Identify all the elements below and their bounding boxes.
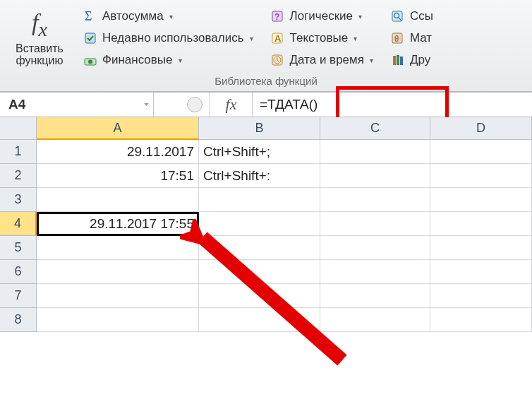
cell-B2[interactable]: Ctrl+Shift+: xyxy=(199,164,320,188)
column-headers: A B C D xyxy=(0,117,532,140)
row-header-8[interactable]: 8 xyxy=(0,308,37,332)
name-box[interactable]: A4 xyxy=(0,93,154,117)
svg-text:Σ: Σ xyxy=(85,9,92,23)
cell-A7[interactable] xyxy=(37,284,199,308)
cell-D2[interactable] xyxy=(430,164,532,188)
insert-function-label: Вставить функцию xyxy=(16,42,64,67)
svg-rect-15 xyxy=(397,55,399,65)
cell-B1[interactable]: Ctrl+Shift+; xyxy=(199,140,320,164)
cell-C1[interactable] xyxy=(320,140,430,164)
table-row: 1 29.11.2017 Ctrl+Shift+; xyxy=(0,140,532,164)
row-header-5[interactable]: 5 xyxy=(0,236,37,260)
recent-icon xyxy=(83,30,98,46)
chevron-down-icon: ▾ xyxy=(358,13,362,20)
cell-B8[interactable] xyxy=(199,308,320,332)
books-icon xyxy=(390,52,406,68)
financial-icon xyxy=(83,52,98,68)
row-header-1[interactable]: 1 xyxy=(0,140,37,164)
name-box-dropdown-icon[interactable] xyxy=(144,103,149,107)
recent-button[interactable]: Недавно использовались ▾ xyxy=(78,28,258,48)
cell-D7[interactable] xyxy=(430,284,532,308)
spreadsheet-grid: A B C D 1 29.11.2017 Ctrl+Shift+; 2 17:5… xyxy=(0,117,532,332)
cell-B4[interactable] xyxy=(199,212,320,236)
cell-A6[interactable] xyxy=(37,260,199,284)
cell-D4[interactable] xyxy=(430,212,532,236)
other-label: Дру xyxy=(410,53,430,67)
recent-label: Недавно использовались xyxy=(102,31,244,45)
ribbon-left-column: Σ Автосумма ▾ Недавно использовались ▾ Ф… xyxy=(78,6,258,70)
cell-A5[interactable] xyxy=(37,236,199,260)
select-all-corner[interactable] xyxy=(0,117,37,140)
insert-function-button[interactable]: fx Вставить функцию xyxy=(4,3,75,73)
cell-D8[interactable] xyxy=(430,308,532,332)
formula-bar: A4 fx =ТДАТА() xyxy=(0,92,532,117)
row-header-2[interactable]: 2 xyxy=(0,164,37,188)
math-button[interactable]: θ Мат xyxy=(385,28,438,48)
cell-C7[interactable] xyxy=(320,284,430,308)
autosum-label: Автосумма xyxy=(102,9,164,23)
datetime-label: Дата и время xyxy=(290,53,364,67)
column-header-A[interactable]: A xyxy=(37,117,199,140)
table-row: 4 29.11.2017 17:55 xyxy=(0,212,532,236)
fx-icon: fx xyxy=(32,9,47,41)
table-row: 6 xyxy=(0,260,532,284)
formula-bar-buttons xyxy=(154,93,210,117)
cell-D1[interactable] xyxy=(430,140,532,164)
autosum-button[interactable]: Σ Автосумма ▾ xyxy=(78,6,258,26)
fx-label[interactable]: fx xyxy=(210,93,253,117)
lookup-label: Ссы xyxy=(410,9,433,23)
cell-C5[interactable] xyxy=(320,236,430,260)
other-button[interactable]: Дру xyxy=(385,50,438,70)
formula-bar-spacer xyxy=(187,97,202,112)
cell-C2[interactable] xyxy=(320,164,430,188)
cell-D5[interactable] xyxy=(430,236,532,260)
logical-button[interactable]: ? Логические ▾ xyxy=(265,6,378,26)
row-header-3[interactable]: 3 xyxy=(0,188,37,212)
sigma-icon: Σ xyxy=(83,8,98,24)
ribbon-right-column: Ссы θ Мат Дру xyxy=(385,6,438,70)
cell-B3[interactable] xyxy=(199,188,320,212)
cell-D6[interactable] xyxy=(430,260,532,284)
formula-input[interactable]: =ТДАТА() xyxy=(253,93,532,117)
text-label: Текстовые xyxy=(290,31,349,45)
cell-D3[interactable] xyxy=(430,188,532,212)
chevron-down-icon: ▾ xyxy=(370,57,373,64)
cell-A8[interactable] xyxy=(37,308,199,332)
row-header-6[interactable]: 6 xyxy=(0,260,37,284)
cell-C4[interactable] xyxy=(320,212,430,236)
svg-text:A: A xyxy=(274,33,282,44)
cell-C3[interactable] xyxy=(320,188,430,212)
cell-C6[interactable] xyxy=(320,260,430,284)
cell-B6[interactable] xyxy=(199,260,320,284)
row-header-7[interactable]: 7 xyxy=(0,284,37,308)
column-header-D[interactable]: D xyxy=(430,117,532,140)
chevron-down-icon: ▾ xyxy=(250,35,253,42)
ribbon: fx Вставить функцию Σ Автосумма ▾ Недавн… xyxy=(0,0,532,92)
chevron-down-icon: ▾ xyxy=(179,57,182,64)
clock-icon xyxy=(270,52,286,68)
financial-button[interactable]: Финансовые ▾ xyxy=(78,50,258,70)
cell-B5[interactable] xyxy=(199,236,320,260)
svg-rect-1 xyxy=(85,33,95,43)
ribbon-group-label: Библиотека функций xyxy=(4,73,528,90)
cell-A2[interactable]: 17:51 xyxy=(37,164,199,188)
cell-B7[interactable] xyxy=(199,284,320,308)
text-button[interactable]: A Текстовые ▾ xyxy=(265,28,378,48)
cell-A3[interactable] xyxy=(37,188,199,212)
cell-C8[interactable] xyxy=(320,308,430,332)
lookup-button[interactable]: Ссы xyxy=(385,6,438,26)
column-header-B[interactable]: B xyxy=(199,117,320,140)
table-row: 3 xyxy=(0,188,532,212)
cell-A4[interactable]: 29.11.2017 17:55 xyxy=(37,212,199,236)
name-box-value: A4 xyxy=(8,97,25,112)
financial-label: Финансовые xyxy=(102,53,173,67)
table-row: 7 xyxy=(0,284,532,308)
ribbon-mid-column: ? Логические ▾ A Текстовые ▾ Дата и врем… xyxy=(265,6,378,70)
row-header-4[interactable]: 4 xyxy=(0,212,37,236)
datetime-button[interactable]: Дата и время ▾ xyxy=(265,50,378,70)
column-header-C[interactable]: C xyxy=(320,117,430,140)
math-icon: θ xyxy=(390,30,406,46)
cell-A1[interactable]: 29.11.2017 xyxy=(37,140,199,164)
logical-icon: ? xyxy=(270,8,286,24)
lookup-icon xyxy=(390,8,406,24)
